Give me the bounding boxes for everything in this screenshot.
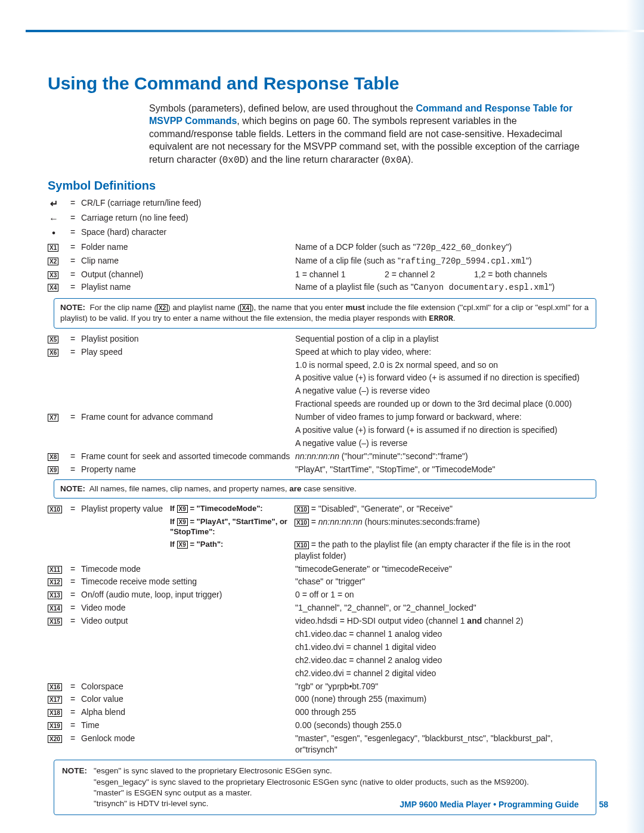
table-row: X1=Folder nameName of a DCP folder (such… <box>48 240 596 254</box>
intro-paragraph: Symbols (parameters), defined below, are… <box>149 102 596 168</box>
heading-2: Symbol Definitions <box>48 178 596 194</box>
table-row: X17=Color value000 (none) through 255 (m… <box>48 693 596 706</box>
table-row: X8=Frame count for seek and assorted tim… <box>48 450 596 463</box>
page-content: Using the Command and Response Table Sym… <box>48 36 596 819</box>
table-row: X5=Playlist positionSequential postion o… <box>48 332 596 345</box>
table-row: X10 = Playlist property value If X9 = "T… <box>48 502 596 515</box>
table-row: ↵=CR/LF (carriage return/line feed) <box>48 196 596 211</box>
right-gradient <box>626 0 644 833</box>
footer: JMP 9600 Media Player • Programming Guid… <box>400 799 608 810</box>
top-rule <box>26 30 644 32</box>
table-row: X7=Frame count for advance commandNumber… <box>48 411 596 424</box>
symbol-table-4: X11=Timecode mode"timecodeGenerate" or "… <box>48 562 596 756</box>
table-row: X11=Timecode mode"timecodeGenerate" or "… <box>48 562 596 575</box>
symbol-table-2: X5=Playlist positionSequential postion o… <box>48 332 596 476</box>
note-box-2: NOTE: All names, file names, clip names,… <box>54 479 596 498</box>
footer-title: JMP 9600 Media Player • Programming Guid… <box>400 800 578 809</box>
table-row: X13=On/off (audio mute, loop, input trig… <box>48 589 596 602</box>
heading-1: Using the Command and Response Table <box>48 72 596 96</box>
table-row: X6=Play speedSpeed at which to play vide… <box>48 345 596 358</box>
symbol-table: ↵=CR/LF (carriage return/line feed) ←=Ca… <box>48 196 596 294</box>
table-row: X15=Video outputvideo.hdsdi = HD-SDI out… <box>48 615 596 628</box>
table-row: X20=Genlock mode"master", "esgen", "esge… <box>48 732 596 757</box>
table-row: ←=Carriage return (no line feed) <box>48 211 596 226</box>
page-number: 58 <box>599 800 608 809</box>
symbol-table-3: X10 = Playlist property value If X9 = "T… <box>48 502 596 562</box>
table-row: •=Space (hard) character <box>48 226 596 241</box>
table-row: X4=Playlist nameName of a playlist file … <box>48 281 596 295</box>
table-row: X19=Time0.00 (seconds) though 255.0 <box>48 719 596 732</box>
table-row: X12=Timecode receive mode setting"chase"… <box>48 575 596 589</box>
note-box-1: NOTE: For the clip name (X2) and playlis… <box>54 298 596 329</box>
table-row: X14=Video mode"1_channel", "2_channel", … <box>48 602 596 615</box>
return-icon: ↵ <box>48 197 60 210</box>
table-row: X2=Clip nameName of a clip file (such as… <box>48 254 596 268</box>
table-row: X18=Alpha blend000 through 255 <box>48 706 596 719</box>
table-row: X3=Output (channel)1 = channel 12 = chan… <box>48 268 596 281</box>
space-icon: • <box>48 227 60 240</box>
table-row: X16=Colorspace"rgb" or "yprpb•bt.709" <box>48 680 596 693</box>
cr-icon: ← <box>48 212 60 225</box>
table-row: X9=Property name"PlayAt", "StartTime", "… <box>48 463 596 476</box>
